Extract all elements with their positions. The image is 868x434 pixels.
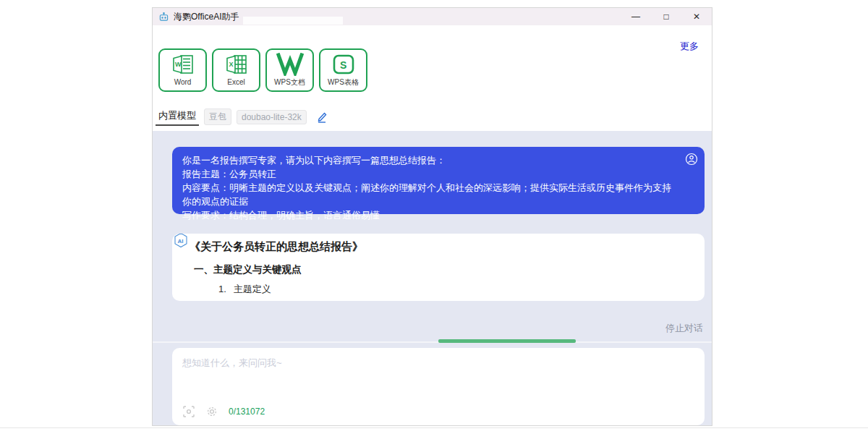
tab-doubao[interactable]: 豆包 [204,109,231,125]
user-message-bubble: 你是一名报告撰写专家，请为以下内容撰写一篇思想总结报告： 报告主题：公务员转正 … [172,147,705,214]
titlebar-highlight [243,17,343,25]
window-controls: — □ ✕ [621,8,712,25]
app-label: WPS文档 [274,78,305,87]
app-window: 海鹦OfficeAI助手 — □ ✕ 更多 W [152,7,712,426]
excel-icon: X [213,50,259,78]
ai-section-heading: 一、主题定义与关键观点 [194,263,705,276]
excel-button[interactable]: X Excel [212,48,260,92]
progress-track [153,341,712,343]
chat-input[interactable] [172,348,705,399]
word-icon: W [160,50,205,78]
input-toolbar: 0/131072 [182,405,265,418]
user-message-line: 写作要求：结构合理，明确主旨，语言通俗易懂 [182,208,680,222]
bottom-divider [0,427,868,428]
wps-writer-icon [267,50,312,78]
user-message-line: 报告主题：公务员转正 [182,167,680,181]
wps-writer-button[interactable]: WPS文档 [265,48,314,92]
ai-list-item: 1.主题定义 [218,283,705,296]
tab-doubao-lite-32k[interactable]: doubao-lite-32k [237,110,307,124]
ai-message-bubble: AI 《关于公务员转正的思想总结报告》 一、主题定义与关键观点 1.主题定义 ○… [172,234,705,301]
robot-app-icon [158,12,169,22]
model-bar: 内置模型 豆包 doubao-lite-32k [156,108,328,126]
app-label: WPS表格 [328,78,359,87]
ai-report-title: 《关于公务员转正的思想总结报告》 [190,240,705,254]
wps-sheet-button[interactable]: S WPS表格 [319,48,367,92]
desktop: 海鹦OfficeAI助手 — □ ✕ 更多 W [0,0,868,434]
window-title: 海鹦OfficeAI助手 [174,11,239,23]
user-avatar-icon [685,153,698,169]
word-button[interactable]: W Word [158,48,207,92]
chat-area: 你是一名报告撰写专家，请为以下内容撰写一篇思想总结报告： 报告主题：公务员转正 … [153,131,712,425]
tab-builtin-model[interactable]: 内置模型 [156,108,199,126]
svg-text:S: S [340,59,346,71]
app-label: Word [174,78,192,87]
wps-sheet-icon: S [320,50,366,78]
screenshot-capture-icon[interactable] [182,405,195,418]
app-label: Excel [227,78,244,87]
ai-badge-icon: AI [173,234,189,251]
progress-bar [438,339,576,343]
ai-list-number: 1. [218,284,226,294]
chat-input-box: 0/131072 [172,348,705,425]
svg-text:AI: AI [178,238,184,244]
pencil-icon[interactable] [316,111,328,123]
minimize-button[interactable]: — [621,8,651,25]
char-counter: 0/131072 [229,407,265,417]
settings-gear-icon[interactable] [206,406,218,417]
svg-text:X: X [229,61,233,68]
user-message-line: 内容要点：明晰主题的定义以及关键观点；阐述你的理解对个人和社会的深远影响；提供实… [182,181,680,208]
svg-text:W: W [175,61,182,68]
stop-conversation-button[interactable]: 停止对话 [665,322,703,335]
close-button[interactable]: ✕ [681,8,712,25]
user-message-line: 你是一名报告撰写专家，请为以下内容撰写一篇思想总结报告： [182,153,680,167]
apps-row: W Word X Excel [158,48,367,92]
more-link[interactable]: 更多 [680,40,699,53]
maximize-button[interactable]: □ [651,8,681,25]
ai-list-text: 主题定义 [234,284,271,294]
titlebar: 海鹦OfficeAI助手 — □ ✕ [153,8,712,25]
